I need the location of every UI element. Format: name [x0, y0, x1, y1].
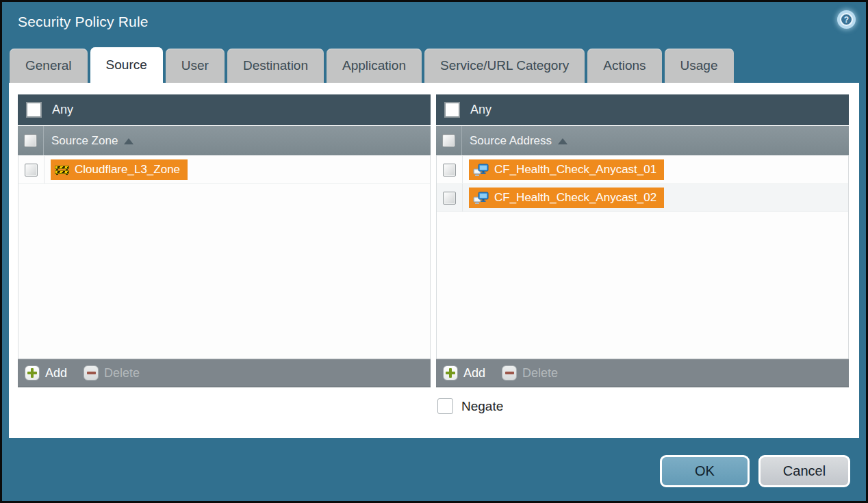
tab-usage[interactable]: Usage: [665, 49, 734, 83]
source-address-list: CF_Health_Check_Anycast_01: [436, 155, 849, 359]
address-icon: [473, 164, 489, 176]
source-zone-panel: Any Source Zone: [18, 94, 431, 387]
row-checkbox[interactable]: [25, 164, 38, 177]
tab-actions[interactable]: Actions: [587, 49, 661, 83]
zone-item-label: Cloudflare_L3_Zone: [75, 163, 180, 177]
source-address-any-header: Any: [436, 94, 849, 125]
source-address-item[interactable]: CF_Health_Check_Anycast_02: [469, 188, 664, 208]
tab-destination[interactable]: Destination: [227, 49, 324, 83]
tab-user[interactable]: User: [166, 49, 225, 83]
source-zone-any-header: Any: [18, 94, 431, 125]
source-address-item[interactable]: CF_Health_Check_Anycast_01: [469, 159, 664, 180]
dialog-footer: OK Cancel: [660, 455, 850, 487]
source-zone-any-label: Any: [52, 103, 73, 117]
sort-ascending-icon: [124, 138, 133, 144]
cancel-button[interactable]: Cancel: [758, 455, 850, 487]
minus-icon: [502, 365, 517, 381]
source-zone-select-all-checkbox[interactable]: [24, 134, 37, 147]
source-address-any-checkbox[interactable]: [444, 102, 460, 118]
dialog-title: Security Policy Rule: [18, 14, 149, 30]
address-icon: [473, 192, 489, 204]
source-address-column-header[interactable]: Source Address: [436, 125, 849, 155]
table-row: Cloudflare_L3_Zone: [18, 156, 430, 184]
titlebar: Security Policy Rule ?: [2, 2, 866, 44]
source-zone-list: Cloudflare_L3_Zone: [18, 155, 431, 359]
add-button[interactable]: Add: [25, 365, 67, 381]
negate-label: Negate: [461, 399, 503, 414]
address-item-label: CF_Health_Check_Anycast_01: [494, 163, 656, 177]
sort-ascending-icon: [558, 138, 567, 144]
plus-icon: [25, 365, 40, 381]
zone-icon: [55, 164, 69, 175]
tab-source[interactable]: Source: [90, 47, 163, 83]
ok-button[interactable]: OK: [660, 455, 750, 487]
source-zone-any-checkbox[interactable]: [26, 102, 42, 118]
source-address-select-all-checkbox[interactable]: [442, 134, 455, 147]
add-button[interactable]: Add: [443, 365, 485, 381]
question-mark-glyph: ?: [840, 13, 853, 26]
row-checkbox[interactable]: [443, 192, 456, 205]
source-zone-item[interactable]: Cloudflare_L3_Zone: [51, 159, 188, 180]
help-icon[interactable]: ?: [837, 10, 856, 29]
source-address-column-title: Source Address: [470, 134, 567, 148]
tab-service-url-category[interactable]: Service/URL Category: [424, 49, 585, 83]
minus-icon: [84, 365, 99, 381]
delete-button[interactable]: Delete: [502, 365, 558, 381]
tab-application[interactable]: Application: [327, 49, 422, 83]
tab-bar: General Source User Destination Applicat…: [10, 47, 734, 83]
negate-row: Negate: [437, 398, 850, 414]
security-policy-rule-dialog: Security Policy Rule ? General Source Us…: [0, 0, 868, 503]
plus-icon: [443, 365, 458, 381]
source-zone-column-header[interactable]: Source Zone: [18, 125, 431, 155]
tab-general[interactable]: General: [10, 49, 88, 83]
row-checkbox[interactable]: [443, 164, 456, 177]
source-zone-column-title: Source Zone: [51, 134, 133, 148]
source-address-any-label: Any: [470, 103, 492, 117]
source-zone-toolbar: Add Delete: [18, 359, 431, 387]
delete-button[interactable]: Delete: [84, 365, 140, 381]
table-row: CF_Health_Check_Anycast_01: [437, 156, 848, 184]
source-tab-content: Any Source Zone: [9, 83, 859, 438]
source-address-toolbar: Add Delete: [436, 359, 849, 387]
table-row: CF_Health_Check_Anycast_02: [437, 184, 848, 212]
address-item-label: CF_Health_Check_Anycast_02: [494, 191, 656, 205]
negate-checkbox[interactable]: [437, 398, 453, 414]
source-address-panel: Any Source Address: [436, 94, 849, 387]
